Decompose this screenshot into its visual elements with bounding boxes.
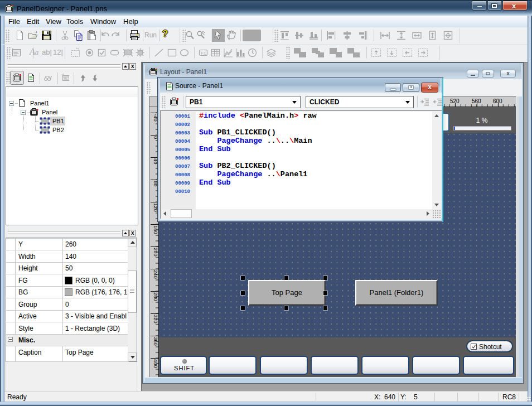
svg-text:F1: F1 bbox=[201, 51, 206, 56]
